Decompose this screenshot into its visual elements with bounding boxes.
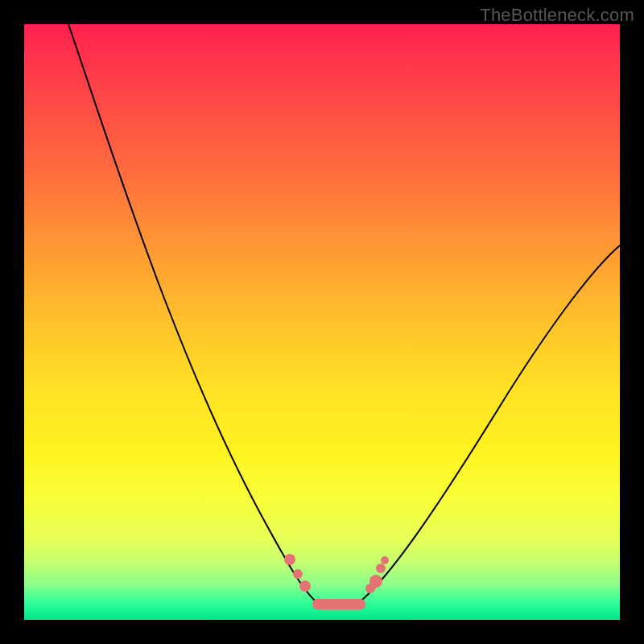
plot-area [24,24,620,620]
watermark-text: TheBottleneck.com [480,5,634,26]
curve-left-branch [68,24,314,600]
marker-dot [284,554,295,565]
marker-dot [369,575,382,588]
marker-dot [381,556,389,564]
curve-right-branch [362,246,620,600]
marker-dot [299,580,311,592]
marker-dot [293,569,303,579]
marker-dot [376,564,386,573]
chart-frame: TheBottleneck.com [0,0,644,644]
marker-floor-segment [312,599,365,609]
curve-layer [24,24,620,620]
